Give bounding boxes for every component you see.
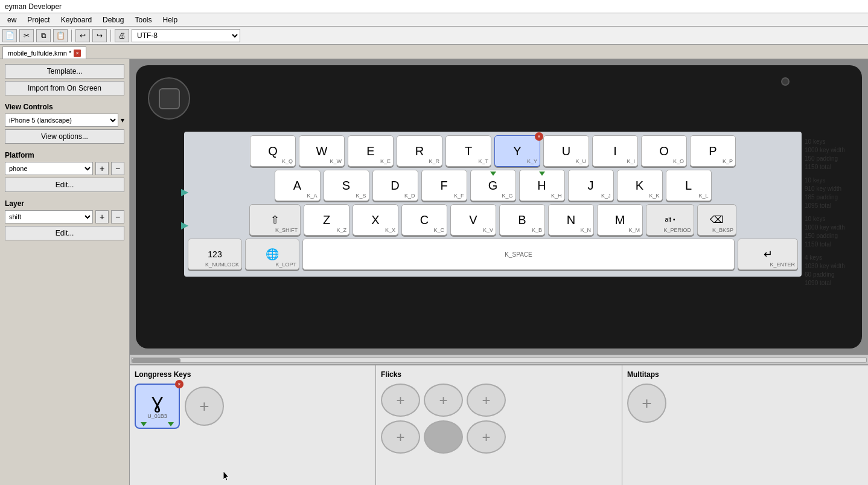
- view-select[interactable]: iPhone 5 (landscape) iPhone 5 (portrait)…: [5, 114, 118, 127]
- horizontal-scrollbar[interactable]: [130, 355, 868, 364]
- longpress-key-sub: U_01B3: [147, 413, 167, 419]
- platform-add-button[interactable]: +: [95, 162, 109, 175]
- menu-tools[interactable]: Tools: [130, 14, 156, 25]
- flick-gray-center: [424, 420, 463, 454]
- keyboard-row-4: 123 K_NUMLOCK 🌐 K_LOPT K_SPACE ↵ K_EN: [188, 239, 798, 270]
- stat-3-padding: 150 padding: [805, 232, 859, 240]
- platform-remove-button[interactable]: −: [111, 162, 124, 175]
- home-inner: [159, 88, 180, 109]
- stat-row-3: 10 keys 1000 key width 150 padding 1150 …: [805, 215, 859, 249]
- key-enter[interactable]: ↵ K_ENTER: [738, 239, 798, 270]
- file-tab[interactable]: mobile_fulfulde.kmn * ×: [2, 47, 86, 59]
- template-button[interactable]: Template...: [5, 64, 124, 79]
- view-select-row: iPhone 5 (landscape) iPhone 5 (portrait)…: [5, 114, 124, 127]
- stat-3-total: 1150 total: [805, 240, 859, 249]
- key-X[interactable]: X K_X: [353, 204, 398, 236]
- bottom-section: Longpress Keys × Ɣ U_01B3 +: [130, 364, 868, 485]
- key-L[interactable]: L K_L: [666, 170, 712, 201]
- scroll-track: [131, 357, 867, 363]
- menu-keyboard[interactable]: Keyboard: [56, 14, 97, 25]
- key-E[interactable]: E K_E: [348, 135, 394, 167]
- longpress-close-button[interactable]: ×: [175, 380, 183, 388]
- layer-select[interactable]: shift default ctrl alt: [5, 210, 93, 223]
- phone-home-button[interactable]: [148, 77, 190, 120]
- key-S[interactable]: S K_S: [324, 170, 369, 201]
- key-O[interactable]: O K_O: [641, 135, 687, 167]
- main-layout: Template... Import from On Screen View C…: [0, 59, 868, 485]
- platform-edit-button[interactable]: Edit...: [5, 178, 124, 192]
- toolbar-separator-1: [71, 30, 72, 42]
- flick-add-4[interactable]: +: [381, 420, 420, 454]
- key-Z[interactable]: Z K_Z: [304, 204, 349, 236]
- redo-button[interactable]: ↪: [92, 29, 107, 42]
- tab-close-button[interactable]: ×: [74, 50, 81, 57]
- multitap-add-button[interactable]: +: [627, 384, 666, 423]
- menu-ew[interactable]: ew: [2, 14, 21, 25]
- key-Q[interactable]: Q K_Q: [250, 135, 296, 167]
- key-T[interactable]: T K_T: [445, 135, 491, 167]
- left-nav-arrow[interactable]: ▶: [181, 186, 188, 198]
- new-button[interactable]: 📄: [2, 29, 17, 42]
- key-F[interactable]: F K_F: [421, 170, 467, 201]
- menu-debug[interactable]: Debug: [98, 14, 129, 25]
- key-numlock[interactable]: 123 K_NUMLOCK: [188, 239, 242, 270]
- key-Y[interactable]: × Y K_Y: [494, 135, 540, 167]
- longpress-add-button[interactable]: +: [185, 387, 224, 426]
- key-lopt[interactable]: 🌐 K_LOPT: [245, 239, 299, 270]
- key-K[interactable]: K K_K: [617, 170, 663, 201]
- menu-help[interactable]: Help: [158, 14, 182, 25]
- key-G[interactable]: G K_G: [470, 170, 516, 201]
- view-options-button[interactable]: View options...: [5, 129, 124, 144]
- flick-add-1[interactable]: +: [381, 384, 420, 417]
- cut-button[interactable]: ✂: [19, 29, 34, 42]
- layer-remove-button[interactable]: −: [111, 210, 124, 223]
- layer-edit-button[interactable]: Edit...: [5, 226, 124, 240]
- stat-2-padding: 185 padding: [805, 193, 859, 202]
- layer-label: Layer: [5, 199, 124, 208]
- stat-1-keys: 10 keys: [805, 138, 859, 146]
- key-backspace[interactable]: ⌫ K_BKSP: [697, 204, 736, 236]
- key-J[interactable]: J K_J: [568, 170, 614, 201]
- key-space[interactable]: K_SPACE: [302, 239, 735, 270]
- menu-project[interactable]: Project: [22, 14, 54, 25]
- stat-4-total: 1090 total: [805, 279, 859, 287]
- key-W[interactable]: W K_W: [299, 135, 345, 167]
- longpress-indicator-1: [141, 422, 147, 426]
- key-C[interactable]: C K_C: [401, 204, 447, 236]
- key-N[interactable]: N K_N: [548, 204, 594, 236]
- stat-row-1: 10 keys 1000 key width 150 padding 1150 …: [805, 138, 859, 172]
- app-title: eyman Developer: [5, 2, 62, 11]
- longpress-key-main: Ɣ: [152, 393, 163, 413]
- longpress-key-Y[interactable]: × Ɣ U_01B3: [135, 384, 180, 429]
- key-V[interactable]: V K_V: [450, 204, 496, 236]
- left-nav-arrow-2[interactable]: ▶: [181, 219, 188, 231]
- key-A[interactable]: A K_A: [275, 170, 321, 201]
- import-from-on-screen-button[interactable]: Import from On Screen: [5, 81, 124, 95]
- key-M[interactable]: M K_M: [597, 204, 643, 236]
- platform-select[interactable]: phone tablet desktop: [5, 162, 93, 175]
- key-period[interactable]: alt • K_PERIOD: [646, 204, 694, 236]
- stat-row-4: 4 keys 1030 key width 60 padding 1090 to…: [805, 254, 859, 287]
- layer-add-button[interactable]: +: [95, 210, 109, 223]
- multitaps-title: Multitaps: [627, 370, 863, 379]
- copy-button[interactable]: ⧉: [36, 29, 51, 42]
- print-button[interactable]: 🖨: [115, 29, 129, 42]
- key-B[interactable]: B K_B: [499, 204, 545, 236]
- key-I[interactable]: I K_I: [592, 135, 638, 167]
- key-U[interactable]: U K_U: [543, 135, 589, 167]
- key-P[interactable]: P K_P: [690, 135, 736, 167]
- stat-4-padding: 60 padding: [805, 271, 859, 279]
- key-R[interactable]: R K_R: [397, 135, 442, 167]
- flick-add-5[interactable]: +: [467, 420, 506, 454]
- stat-2-width: 910 key width: [805, 185, 859, 193]
- key-close-button[interactable]: ×: [535, 132, 543, 141]
- key-shift[interactable]: ⇧ K_SHIFT: [249, 204, 301, 236]
- key-H[interactable]: H K_H: [519, 170, 565, 201]
- key-D[interactable]: D K_D: [372, 170, 418, 201]
- encoding-select[interactable]: UTF-8 UTF-16 ASCII: [132, 29, 240, 42]
- scroll-thumb[interactable]: [132, 358, 180, 363]
- paste-button[interactable]: 📋: [53, 29, 68, 42]
- flick-add-2[interactable]: +: [424, 384, 463, 417]
- flick-add-3[interactable]: +: [467, 384, 506, 417]
- undo-button[interactable]: ↩: [75, 29, 90, 42]
